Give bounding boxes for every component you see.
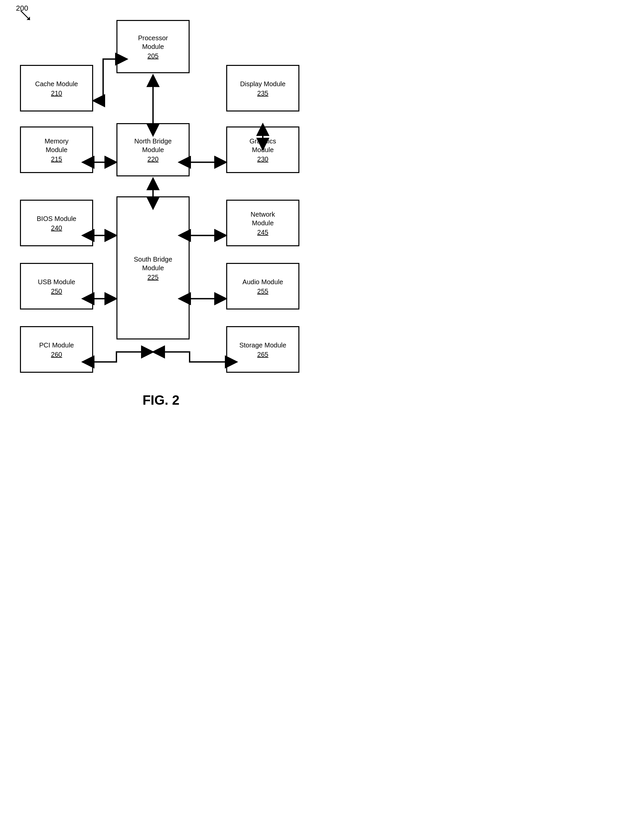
network-module: NetworkModule 245: [226, 200, 299, 246]
usb-module: USB Module 250: [20, 263, 93, 309]
processor-module-name: ProcessorModule: [138, 34, 168, 51]
diagram-container: 200 ProcessorModule 205 Cache Module 210…: [0, 0, 322, 424]
south-bridge-module: South BridgeModule 225: [117, 196, 190, 339]
memory-module: MemoryModule 215: [20, 126, 93, 173]
usb-module-number: 250: [51, 288, 62, 295]
audio-module-number: 255: [257, 288, 268, 295]
graphics-module-number: 230: [257, 155, 268, 163]
audio-module-name: Audio Module: [243, 278, 283, 286]
memory-module-name: MemoryModule: [45, 137, 69, 154]
graphics-module-name: GraphicsModule: [249, 137, 276, 154]
figure-label: FIG. 2: [6, 393, 315, 418]
bios-module-name: BIOS Module: [37, 214, 77, 223]
north-bridge-module-name: North BridgeModule: [134, 137, 172, 154]
network-module-name: NetworkModule: [251, 210, 275, 227]
display-module: Display Module 235: [226, 65, 299, 112]
storage-module-number: 265: [257, 351, 268, 358]
north-bridge-module-number: 220: [147, 155, 158, 163]
cache-module-name: Cache Module: [35, 80, 78, 88]
south-bridge-module-name: South BridgeModule: [134, 255, 172, 272]
pci-module-name: PCI Module: [39, 341, 74, 349]
audio-module: Audio Module 255: [226, 263, 299, 309]
processor-module-number: 205: [147, 52, 158, 60]
label-arrow: [19, 9, 31, 21]
south-bridge-module-number: 225: [147, 274, 158, 281]
network-module-number: 245: [257, 229, 268, 236]
graphics-module: GraphicsModule 230: [226, 126, 299, 173]
cache-module-number: 210: [51, 90, 62, 97]
memory-module-number: 215: [51, 155, 62, 163]
display-module-name: Display Module: [240, 80, 286, 88]
bios-module-number: 240: [51, 224, 62, 232]
bios-module: BIOS Module 240: [20, 200, 93, 246]
cache-module: Cache Module 210: [20, 65, 93, 112]
pci-module-number: 260: [51, 351, 62, 358]
storage-module: Storage Module 265: [226, 326, 299, 373]
processor-module: ProcessorModule 205: [117, 20, 190, 73]
pci-module: PCI Module 260: [20, 326, 93, 373]
storage-module-name: Storage Module: [239, 341, 286, 349]
north-bridge-module: North BridgeModule 220: [117, 123, 190, 176]
display-module-number: 235: [257, 90, 268, 97]
usb-module-name: USB Module: [38, 278, 75, 286]
